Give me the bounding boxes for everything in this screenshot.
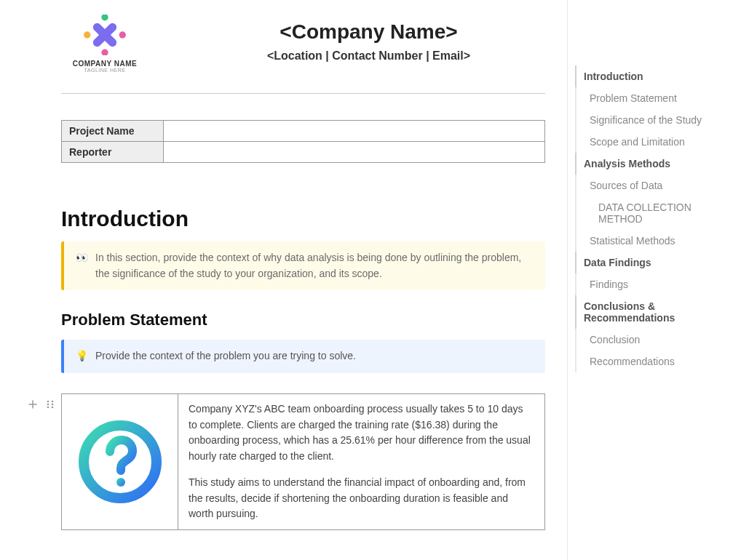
problem-para-2: This study aims to understand the financ… (189, 475, 534, 522)
project-meta-table: Project Name Reporter (61, 120, 545, 163)
toc-data-findings[interactable]: Data Findings (575, 252, 734, 273)
company-name-title: <Company Name> (192, 20, 545, 44)
toc-sources[interactable]: Sources of Data (575, 175, 734, 196)
svg-point-11 (52, 404, 54, 406)
toc-introduction[interactable]: Introduction (575, 65, 734, 87)
problem-statement-block: Company XYZ's ABC team onboarding proces… (61, 393, 545, 530)
drag-handle[interactable] (44, 398, 57, 411)
document-header: COMPANY NAME TAGLINE HERE <Company Name>… (61, 15, 545, 93)
svg-point-8 (47, 401, 49, 403)
toc-conclusion[interactable]: Conclusion (575, 329, 734, 351)
eyes-icon: 👀 (76, 250, 88, 266)
toc-recommendations[interactable]: Recommendations (575, 351, 734, 372)
question-mark-icon (76, 418, 164, 505)
toc-statistical[interactable]: Statistical Methods (575, 230, 734, 252)
add-block-button[interactable] (26, 398, 39, 411)
header-divider (61, 93, 545, 94)
company-logo-icon (83, 15, 127, 55)
reporter-value[interactable] (164, 142, 545, 163)
problem-statement-content[interactable]: Company XYZ's ABC team onboarding proces… (61, 393, 545, 530)
lightbulb-icon: 💡 (76, 348, 88, 364)
svg-point-4 (101, 15, 108, 20)
problem-para-1: Company XYZ's ABC team onboarding proces… (189, 401, 534, 465)
toc-data-collection[interactable]: DATA COLLECTION METHOD (575, 196, 734, 230)
svg-point-7 (84, 31, 90, 38)
document-main: COMPANY NAME TAGLINE HERE <Company Name>… (0, 0, 567, 560)
svg-point-12 (47, 407, 49, 409)
introduction-heading: Introduction (61, 207, 545, 231)
introduction-callout-text: In this section, provide the context of … (95, 250, 534, 281)
question-icon-cell (62, 394, 178, 529)
table-row: Project Name (62, 121, 545, 142)
table-of-contents: Introduction Problem Statement Significa… (567, 0, 749, 560)
svg-point-6 (101, 49, 108, 55)
project-name-value[interactable] (164, 121, 545, 142)
svg-point-13 (52, 407, 54, 409)
svg-point-10 (47, 404, 49, 406)
svg-point-5 (119, 31, 126, 38)
svg-point-15 (116, 478, 125, 487)
reporter-label: Reporter (62, 142, 164, 163)
project-name-label: Project Name (62, 121, 164, 142)
toc-scope[interactable]: Scope and Limitation (575, 131, 734, 153)
problem-statement-callout: 💡 Provide the context of the problem you… (61, 340, 545, 373)
grip-icon (46, 399, 55, 409)
problem-statement-text: Company XYZ's ABC team onboarding proces… (178, 394, 544, 529)
toc-problem-statement[interactable]: Problem Statement (575, 87, 734, 109)
logo-company-text: COMPANY NAME (61, 60, 148, 68)
table-row: Reporter (62, 142, 545, 163)
problem-statement-heading: Problem Statement (61, 311, 545, 329)
toc-significance[interactable]: Significance of the Study (575, 109, 734, 131)
toc-analysis-methods[interactable]: Analysis Methods (575, 153, 734, 175)
svg-point-9 (52, 401, 54, 403)
problem-statement-callout-text: Provide the context of the problem you a… (95, 348, 356, 364)
logo-tagline-text: TAGLINE HERE (61, 68, 148, 73)
company-logo-block: COMPANY NAME TAGLINE HERE (61, 15, 148, 73)
plus-icon (28, 399, 38, 409)
toc-conclusions[interactable]: Conclusions & Recommendations (575, 295, 734, 329)
contact-line: <Location | Contact Number | Email> (192, 49, 545, 63)
introduction-callout: 👀 In this section, provide the context o… (61, 241, 545, 290)
toc-findings[interactable]: Findings (575, 273, 734, 295)
